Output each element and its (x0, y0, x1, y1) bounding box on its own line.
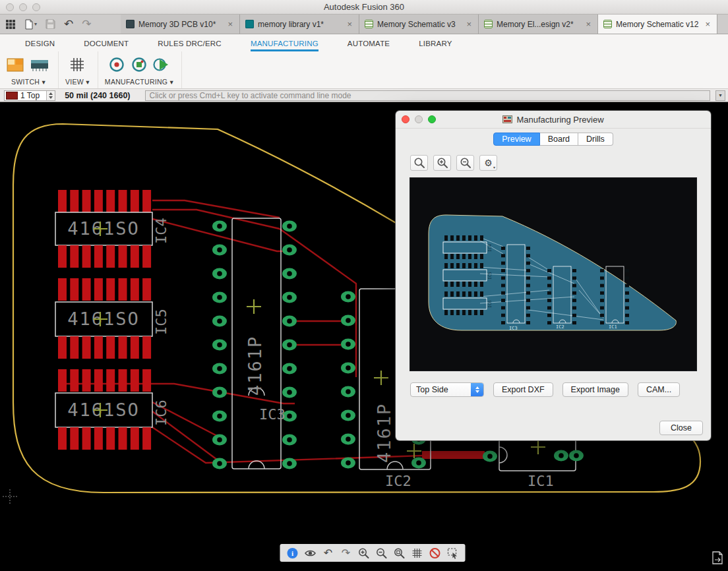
menu-manufacturing[interactable]: MANUFACTURING (251, 40, 318, 51)
canvas-bottom-toolbar: i ↶ ↷ (280, 544, 466, 562)
tab-close-icon[interactable]: × (226, 19, 234, 29)
tab-memory-el-design[interactable]: Memory El...esign v2* × (479, 15, 598, 34)
menu-rules-drc-erc[interactable]: RULES DRC/ERC (158, 40, 222, 51)
svg-text:IC5: IC5 (487, 272, 493, 280)
redo-icon[interactable]: ↷ (82, 18, 91, 30)
export-dxf-button[interactable]: Export DXF (493, 382, 553, 397)
eye-icon[interactable] (305, 547, 317, 559)
cam-process-icon[interactable] (131, 56, 148, 76)
command-line-input[interactable] (145, 90, 710, 101)
zoom-in-button[interactable] (433, 155, 451, 171)
tab-close-icon[interactable]: × (704, 19, 712, 29)
zoom-fit-button[interactable] (410, 155, 428, 171)
component-IC1[interactable]: IC1 (483, 439, 584, 489)
export-image-button[interactable]: Export Image (562, 382, 628, 397)
window-title: Autodesk Fusion 360 (0, 2, 728, 12)
sheet-icon[interactable] (711, 551, 724, 567)
pcb-doc-icon (126, 20, 135, 28)
svg-text:IC2: IC2 (385, 473, 411, 489)
switch-dropdown[interactable]: SWITCH ▾ (11, 78, 46, 86)
redo-icon[interactable]: ↷ (340, 547, 352, 559)
svg-text:4161P: 4161P (245, 336, 265, 396)
switch-library-chip-icon[interactable] (29, 57, 50, 75)
dialog-titlebar[interactable]: Manufacturing Preview (396, 111, 711, 129)
menu-document[interactable]: DOCUMENT (84, 40, 129, 51)
tab-drills[interactable]: Drills (578, 133, 613, 146)
component-IC4[interactable]: 4161SO IC4 (55, 190, 169, 268)
layer-selector[interactable]: 1 Top (4, 90, 55, 101)
component-IC6[interactable]: 4161SO IC6 (55, 369, 169, 450)
menu-automate[interactable]: AUTOMATE (348, 40, 390, 51)
preview-zoom-toolbar: ⚙ ▾ (410, 155, 711, 171)
cam-preview-icon[interactable] (108, 56, 125, 76)
select-steppers-icon (471, 383, 483, 396)
titlebar: Autodesk Fusion 360 (0, 0, 728, 15)
origin-marker (3, 489, 17, 504)
gear-caret-icon: ▾ (493, 165, 495, 169)
stop-command-icon[interactable] (429, 547, 441, 559)
tab-memory-library[interactable]: memory library v1* × (240, 15, 359, 34)
tab-memory-schematic-v12[interactable]: Memory Schematic v12 × (598, 15, 717, 34)
tab-close-icon[interactable]: × (465, 19, 473, 29)
preview-settings-button[interactable]: ⚙ ▾ (479, 155, 497, 171)
tab-memory-schematic-v3[interactable]: Memory Schematic v3 × (359, 15, 479, 34)
cam-run-icon[interactable] (153, 56, 170, 76)
schematic-doc-icon (365, 20, 373, 28)
board-preview-icon (502, 115, 512, 123)
dialog-controls: Top Side Export DXF Export Image CAM... (410, 382, 711, 397)
manufacturing-group: MANUFACTURING ▾ (98, 51, 182, 88)
svg-text:IC1: IC1 (528, 473, 554, 489)
svg-text:IC4: IC4 (153, 218, 169, 244)
zoom-out-icon[interactable] (376, 547, 388, 559)
info-icon[interactable]: i (287, 547, 299, 559)
file-menu-icon[interactable]: ▾ (24, 19, 37, 30)
svg-text:IC3: IC3 (259, 406, 286, 423)
svg-text:IC1: IC1 (609, 324, 617, 330)
manufacturing-dropdown[interactable]: MANUFACTURING ▾ (105, 78, 173, 86)
file-menu-caret-icon: ▾ (34, 21, 37, 27)
layer-name: 1 Top (20, 91, 46, 100)
copper-fill-segment (422, 451, 485, 459)
dialog-title: Manufacturing Preview (396, 115, 711, 125)
undo-icon[interactable]: ↶ (322, 547, 334, 559)
tab-memory-3d-pcb[interactable]: Memory 3D PCB v10* × (121, 15, 240, 34)
tab-preview[interactable]: Preview (493, 133, 539, 146)
menu-design[interactable]: DESIGN (25, 40, 55, 51)
tab-board[interactable]: Board (540, 133, 578, 146)
switch-group: SWITCH ▾ (0, 51, 59, 88)
fusion-window: Autodesk Fusion 360 ▾ ↶ ↷ Memory 3D PCB … (0, 0, 728, 571)
app-grid-icon[interactable] (5, 19, 16, 30)
svg-text:IC6: IC6 (487, 300, 493, 308)
layer-stepper[interactable] (46, 91, 55, 100)
cam-button[interactable]: CAM... (638, 382, 680, 397)
svg-text:IC6: IC6 (153, 400, 169, 426)
tab-close-icon[interactable]: × (584, 19, 592, 29)
side-select[interactable]: Top Side (410, 382, 484, 397)
zoom-fit-icon[interactable] (394, 547, 406, 559)
switch-board-icon[interactable] (7, 58, 24, 75)
select-marquee-icon[interactable] (447, 547, 459, 559)
save-icon[interactable] (46, 19, 55, 29)
preview-canvas[interactable]: IC4 IC5 IC6 IC3 (410, 178, 696, 371)
grid-info: 50 mil (240 1660) (65, 91, 130, 100)
zoom-out-button[interactable] (456, 155, 474, 171)
tab-close-icon[interactable]: × (346, 19, 353, 29)
svg-text:i: i (291, 549, 293, 557)
pcb-editor-canvas[interactable]: 4161SO IC4 4161SO IC5 4161SO IC6 (0, 102, 728, 571)
document-tabs: Memory 3D PCB v10* × memory library v1* … (121, 15, 717, 34)
library-doc-icon (245, 20, 254, 28)
close-dialog-button[interactable]: Close (659, 421, 703, 435)
grid-icon[interactable] (411, 547, 423, 559)
undo-icon[interactable]: ↶ (64, 18, 73, 30)
schematic-doc-icon (484, 20, 493, 28)
view-grid-icon[interactable] (69, 57, 85, 75)
component-IC3[interactable]: 4161P IC3 (212, 218, 297, 469)
command-history-caret-icon[interactable]: ▼ (715, 90, 725, 101)
menu-library[interactable]: LIBRARY (419, 40, 452, 51)
zoom-in-icon[interactable] (358, 547, 370, 559)
svg-text:IC5: IC5 (153, 309, 169, 335)
document-tabbar: ▾ ↶ ↷ Memory 3D PCB v10* × memory librar… (0, 15, 728, 34)
component-IC5[interactable]: 4161SO IC5 (55, 278, 169, 359)
copper-traces (59, 200, 422, 463)
view-dropdown[interactable]: VIEW ▾ (65, 78, 90, 86)
